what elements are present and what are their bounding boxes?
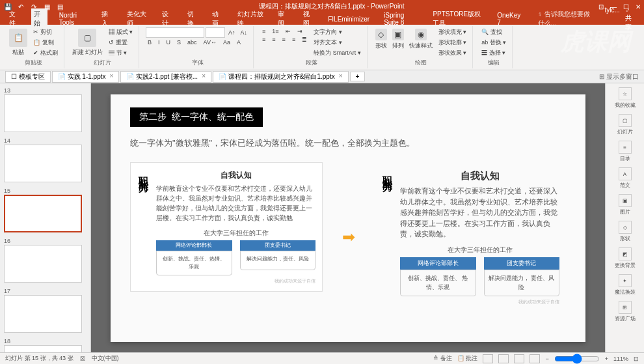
case-button[interactable]: Aa — [221, 38, 232, 46]
bold-button[interactable]: B — [146, 38, 154, 46]
ribbon: 📋粘贴 ✂ 剪切 📋 复制 ✔ 格式刷 剪贴板 ▢新建 幻灯片 ▦ 版式 ▾ ↺… — [0, 25, 644, 70]
find-button[interactable]: 🔍 查找 — [479, 27, 508, 37]
font-shrink-button[interactable]: A↓ — [239, 27, 250, 38]
side-sample[interactable]: A范文 — [619, 167, 632, 189]
smartart-button[interactable]: 转换为 SmartArt ▾ — [312, 48, 363, 58]
thumb-16[interactable]: 16 — [4, 238, 87, 283]
group-slides: ▢新建 幻灯片 ▦ 版式 ▾ ↺ 重置 ▤ 节 ▾ 幻灯片 — [67, 26, 140, 68]
doc-tab-add[interactable]: + — [350, 72, 366, 81]
arrange-button[interactable]: ▣排列 — [391, 27, 405, 51]
fit-button[interactable]: ⊡ — [634, 356, 639, 362]
close-icon[interactable]: × — [339, 72, 343, 81]
bullets-button[interactable]: ≡ — [260, 27, 267, 35]
align-left-button[interactable]: ≡ — [260, 36, 267, 44]
vertical-title: 职业能力 — [137, 169, 150, 285]
section-button[interactable]: ▤ 节 ▾ — [107, 48, 135, 58]
user-label[interactable]: tylc... — [605, 7, 620, 32]
close-icon[interactable]: × — [109, 72, 113, 81]
select-button[interactable]: ☰ 选择 ▾ — [479, 48, 508, 58]
slide-canvas[interactable]: 第二步 统一字体、统一配色 统一字体为"微软雅黑"，宋体已经成为落伍啦。统一配色… — [91, 83, 605, 352]
shape-effect-button[interactable]: 形状效果 ▾ — [436, 48, 469, 58]
font-family-input[interactable] — [146, 27, 204, 38]
side-images[interactable]: ▣图片 — [619, 194, 632, 216]
tab-fileminimizer[interactable]: FILEminimizer — [325, 14, 372, 24]
text-direction-button[interactable]: 文字方向 ▾ — [312, 27, 363, 37]
font-color-button[interactable]: A — [235, 38, 243, 46]
side-resources[interactable]: ⊞资源广场 — [615, 301, 636, 322]
doc-tab-3[interactable]: 📄 课程四：排版规则之对齐&留白1.pptx× — [213, 71, 349, 83]
shape-fill-button[interactable]: 形状填充 ▾ — [436, 27, 469, 37]
zoom-out-button[interactable]: − — [545, 356, 548, 362]
spacing-button[interactable]: AV↔ — [202, 38, 219, 46]
zoom-slider[interactable] — [554, 354, 600, 364]
side-favorites[interactable]: ☆我的收藏 — [615, 87, 636, 109]
group-label: 绘图 — [374, 59, 469, 67]
replace-button[interactable]: ab 替换 ▾ — [479, 38, 508, 48]
tab-nordri[interactable]: Nordri Tools — [57, 10, 90, 27]
thumb-13[interactable]: 13 — [4, 87, 87, 132]
spellcheck-icon[interactable]: ☒ — [80, 356, 85, 362]
ribbon-options-icon[interactable]: ⊡ — [598, 3, 604, 10]
format-painter-button[interactable]: ✔ 格式刷 — [31, 48, 60, 58]
underline-button[interactable]: U — [165, 38, 173, 46]
group-paragraph: ≡ 1≡ ⇤ ⇥ ≡ ≡ ≡ ≡ ≣ 文字方向 ▾ 对齐文本 ▾ 转换为 Sma… — [256, 26, 368, 68]
tell-me-input[interactable]: ♀ 告诉我您想要做什么... — [538, 10, 596, 28]
notes-button[interactable]: ≙ 备注 — [433, 354, 452, 363]
zoom-in-button[interactable]: + — [605, 356, 608, 362]
qat-icon-5[interactable]: ▤ — [55, 3, 64, 10]
font-grow-button[interactable]: A↑ — [226, 27, 237, 38]
zoom-label[interactable]: 111% — [613, 356, 628, 362]
right-column: 职业能力 自我认知 学前教育这个专业不仅要和艺术打交道，还要深入幼儿群体之中。我… — [375, 162, 566, 313]
align-text-button[interactable]: 对齐文本 ▾ — [312, 38, 363, 48]
multi-window-button[interactable]: ⊞ 显示多窗口 — [599, 72, 639, 81]
columns-button[interactable]: ≣ — [300, 36, 309, 44]
italic-button[interactable]: I — [156, 38, 162, 46]
font-size-input[interactable] — [206, 27, 225, 38]
view-normal-button[interactable] — [483, 354, 493, 363]
side-shapes[interactable]: ◇形状 — [619, 221, 632, 242]
side-slides[interactable]: ▢幻灯片 — [617, 114, 633, 135]
group-editing: 🔍 查找 ab 替换 ▾ ☰ 选择 ▾ 编辑 — [476, 26, 513, 68]
doc-tab-templates[interactable]: ☐ 模板专区 — [5, 71, 51, 83]
side-bg[interactable]: ◩更换背景 — [615, 247, 636, 269]
doc-tab-2[interactable]: 📄 实践2-1.ppt [兼容模...× — [120, 71, 211, 83]
group-label: 编辑 — [479, 59, 508, 67]
reset-button[interactable]: ↺ 重置 — [107, 38, 135, 48]
quick-style-button[interactable]: ◉快速样式 — [408, 27, 434, 51]
language-label[interactable]: 中文(中国) — [92, 354, 119, 363]
numbering-button[interactable]: 1≡ — [270, 27, 280, 35]
align-justify-button[interactable]: ≡ — [290, 36, 297, 44]
new-slide-button[interactable]: ▢新建 幻灯片 — [71, 27, 105, 58]
indent-left-button[interactable]: ⇤ — [284, 27, 293, 35]
shapes-button[interactable]: ◇形状 — [374, 27, 388, 51]
thumb-17[interactable]: 17 — [4, 288, 87, 333]
slide-content[interactable]: 第二步 统一字体、统一配色 统一字体为"微软雅黑"，宋体已经成为落伍啦。统一配色… — [111, 94, 585, 342]
tab-onekey[interactable]: OneKey 7 — [494, 10, 523, 27]
group-label: 剪贴板 — [8, 59, 60, 67]
shadow-button[interactable]: S — [175, 38, 183, 46]
paste-button[interactable]: 📋粘贴 — [8, 27, 29, 58]
view-sorter-button[interactable] — [498, 354, 509, 363]
right-heading: 自我认知 — [400, 169, 559, 184]
view-slideshow-button[interactable] — [530, 354, 540, 363]
close-icon[interactable]: × — [202, 72, 206, 81]
share-button[interactable]: ♂ 共享 — [625, 7, 637, 32]
doc-tab-1[interactable]: 📄 实践 1-1.pptx× — [52, 71, 120, 83]
shape-outline-button[interactable]: 形状轮廓 ▾ — [436, 38, 469, 48]
align-center-button[interactable]: ≡ — [270, 36, 277, 44]
cut-button[interactable]: ✂ 剪切 — [31, 27, 60, 37]
slide-thumbnails[interactable]: 13 14 15 16 17 18 — [0, 83, 91, 352]
copy-button[interactable]: 📋 复制 — [31, 38, 60, 48]
strike-button[interactable]: abc — [185, 38, 199, 46]
tab-ispring[interactable]: iSpring Suite 8 — [381, 10, 421, 27]
thumb-18[interactable]: 18 — [4, 338, 87, 352]
indent-right-button[interactable]: ⇥ — [295, 27, 304, 35]
comments-button[interactable]: 📋 批注 — [457, 354, 478, 363]
thumb-14[interactable]: 14 — [4, 137, 87, 182]
side-magic[interactable]: ✦魔法换装 — [615, 274, 636, 296]
side-toc[interactable]: ≡目录 — [619, 141, 632, 162]
view-reading-button[interactable] — [514, 354, 524, 363]
thumb-15[interactable]: 15 — [4, 188, 87, 232]
align-right-button[interactable]: ≡ — [280, 36, 288, 44]
layout-button[interactable]: ▦ 版式 ▾ — [107, 27, 135, 37]
